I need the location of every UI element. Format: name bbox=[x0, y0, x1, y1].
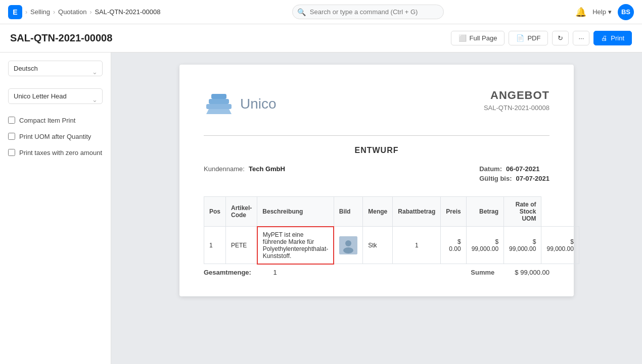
col-preis: Preis bbox=[441, 197, 466, 227]
page-title: SAL-QTN-2021-00008 bbox=[10, 32, 112, 44]
cell-menge-unit: Stk bbox=[363, 227, 393, 264]
col-betrag: Betrag bbox=[466, 197, 503, 227]
svg-marker-3 bbox=[206, 109, 232, 114]
print-button[interactable]: 🖨 Print bbox=[593, 31, 632, 45]
checkbox-group: Compact Item Print Print UOM after Quant… bbox=[8, 116, 103, 158]
main-layout: Deutsch English Unico Letter Head None C… bbox=[0, 53, 642, 364]
letterhead-select-wrap: Unico Letter Head None bbox=[8, 88, 103, 110]
col-menge: Menge bbox=[363, 197, 393, 227]
help-button[interactable]: Help ▾ bbox=[592, 8, 612, 16]
search-area: 🔍 bbox=[292, 5, 444, 19]
print-uom-checkbox[interactable] bbox=[8, 133, 15, 140]
product-image bbox=[339, 236, 357, 254]
cell-preis: $ 99,000.00 bbox=[466, 227, 503, 264]
help-chevron-icon: ▾ bbox=[608, 8, 612, 16]
document-meta: Kundenname: Tech GmbH Datum: 06-07-2021 … bbox=[204, 165, 549, 184]
search-icon: 🔍 bbox=[297, 8, 306, 16]
language-select-wrap: Deutsch English bbox=[8, 61, 103, 82]
breadcrumb-quotation[interactable]: Quotation bbox=[58, 8, 86, 16]
breadcrumb-current: SAL-QTN-2021-00008 bbox=[95, 8, 160, 16]
table-header-row: Pos Artikel-Code Beschreibung Bild Menge… bbox=[204, 197, 579, 227]
customer-value: Tech GmbH bbox=[249, 165, 285, 173]
preview-area: Unico ANGEBOT SAL-QTN-2021-00008 ENTWURF… bbox=[111, 53, 642, 364]
svg-rect-1 bbox=[209, 99, 229, 104]
document-type-block: ANGEBOT SAL-QTN-2021-00008 bbox=[484, 89, 549, 112]
language-select[interactable]: Deutsch English bbox=[8, 61, 103, 76]
document-table: Pos Artikel-Code Beschreibung Bild Menge… bbox=[204, 196, 579, 265]
logo-icon bbox=[204, 89, 234, 119]
sep-2: › bbox=[53, 9, 55, 16]
print-zero-tax-checkbox[interactable] bbox=[8, 149, 15, 156]
summe-value: $ 99,000.00 bbox=[515, 269, 549, 276]
cell-bild bbox=[334, 227, 363, 264]
table-row: 1 PETE MyPET ist eine führende Marke für… bbox=[204, 227, 579, 264]
top-navigation: E › Selling › Quotation › SAL-QTN-2021-0… bbox=[0, 0, 642, 24]
print-label: Print bbox=[611, 34, 624, 42]
summe-label: Summe bbox=[471, 269, 494, 276]
refresh-icon: ↻ bbox=[558, 34, 563, 42]
app-icon[interactable]: E bbox=[8, 5, 22, 19]
document-logo: Unico bbox=[204, 89, 277, 119]
svg-rect-0 bbox=[206, 104, 232, 109]
svg-point-6 bbox=[343, 247, 353, 253]
svg-rect-2 bbox=[211, 94, 226, 99]
footer-summe: Summe $ 99,000.00 bbox=[471, 269, 549, 276]
avatar[interactable]: BS bbox=[618, 4, 634, 20]
page-header: SAL-QTN-2021-00008 ⬜ Full Page 📄 PDF ↻ ·… bbox=[0, 24, 642, 53]
topnav-right-area: 🔔 Help ▾ BS bbox=[575, 4, 634, 20]
valid-value: 07-07-2021 bbox=[516, 175, 550, 182]
meta-customer: Kundenname: Tech GmbH bbox=[204, 165, 285, 184]
more-button[interactable]: ··· bbox=[573, 31, 589, 45]
print-uom-checkbox-wrap[interactable]: Print UOM after Quantity bbox=[8, 132, 103, 141]
notification-button[interactable]: 🔔 bbox=[575, 7, 586, 18]
cell-artikel: PETE bbox=[226, 227, 257, 264]
gesamtmenge-label: Gesamtmenge: bbox=[204, 269, 251, 276]
date-row: Datum: 06-07-2021 bbox=[479, 165, 549, 173]
print-zero-tax-checkbox-wrap[interactable]: Print taxes with zero amount bbox=[8, 148, 103, 158]
breadcrumb-selling[interactable]: Selling bbox=[30, 8, 50, 16]
gesamtmenge-value: 1 bbox=[273, 269, 277, 276]
print-icon: 🖨 bbox=[601, 34, 608, 42]
more-icon: ··· bbox=[578, 34, 584, 42]
refresh-button[interactable]: ↻ bbox=[552, 31, 569, 45]
document-type: ANGEBOT bbox=[484, 89, 549, 102]
svg-point-5 bbox=[345, 240, 351, 246]
document-footer: Gesamtmenge: 1 Summe $ 99,000.00 bbox=[204, 269, 549, 276]
document-status: ENTWURF bbox=[204, 146, 549, 155]
col-beschreibung: Beschreibung bbox=[257, 197, 334, 227]
document-number: SAL-QTN-2021-00008 bbox=[484, 104, 549, 112]
meta-dates: Datum: 06-07-2021 Gültig bis: 07-07-2021 bbox=[479, 165, 549, 184]
help-label: Help bbox=[592, 8, 606, 16]
cell-betrag: $ 99,000.00 bbox=[504, 227, 541, 264]
pdf-label: PDF bbox=[527, 34, 540, 42]
date-label: Datum: bbox=[479, 165, 502, 173]
print-uom-label: Print UOM after Quantity bbox=[19, 132, 91, 141]
table-header: Pos Artikel-Code Beschreibung Bild Menge… bbox=[204, 197, 579, 227]
customer-row: Kundenname: Tech GmbH bbox=[204, 165, 285, 173]
valid-label: Gültig bis: bbox=[479, 175, 512, 182]
pdf-button[interactable]: 📄 PDF bbox=[509, 31, 548, 45]
compact-item-print-checkbox-wrap[interactable]: Compact Item Print bbox=[8, 116, 103, 125]
sep-1: › bbox=[25, 9, 27, 16]
search-input[interactable] bbox=[292, 5, 444, 19]
date-value: 06-07-2021 bbox=[506, 165, 540, 173]
col-artikel: Artikel-Code bbox=[226, 197, 257, 227]
logo-text: Unico bbox=[240, 96, 277, 112]
col-pos: Pos bbox=[204, 197, 226, 227]
full-page-button[interactable]: ⬜ Full Page bbox=[451, 31, 505, 45]
footer-gesamtmenge: Gesamtmenge: 1 bbox=[204, 269, 277, 276]
cell-rabatt: $ 0.00 bbox=[441, 227, 466, 264]
print-zero-tax-label: Print taxes with zero amount bbox=[19, 148, 102, 158]
col-rabatt: Rabattbetrag bbox=[393, 197, 441, 227]
header-actions: ⬜ Full Page 📄 PDF ↻ ··· 🖨 Print bbox=[451, 31, 632, 45]
cell-pos: 1 bbox=[204, 227, 226, 264]
valid-row: Gültig bis: 07-07-2021 bbox=[479, 175, 549, 182]
cell-menge: 1 bbox=[393, 227, 441, 264]
letterhead-select[interactable]: Unico Letter Head None bbox=[8, 88, 103, 104]
document-page: Unico ANGEBOT SAL-QTN-2021-00008 ENTWURF… bbox=[179, 65, 574, 296]
full-page-icon: ⬜ bbox=[458, 34, 467, 42]
document-divider bbox=[204, 135, 549, 136]
compact-item-print-checkbox[interactable] bbox=[8, 117, 15, 124]
full-page-label: Full Page bbox=[470, 34, 497, 42]
customer-label: Kundenname: bbox=[204, 165, 245, 173]
